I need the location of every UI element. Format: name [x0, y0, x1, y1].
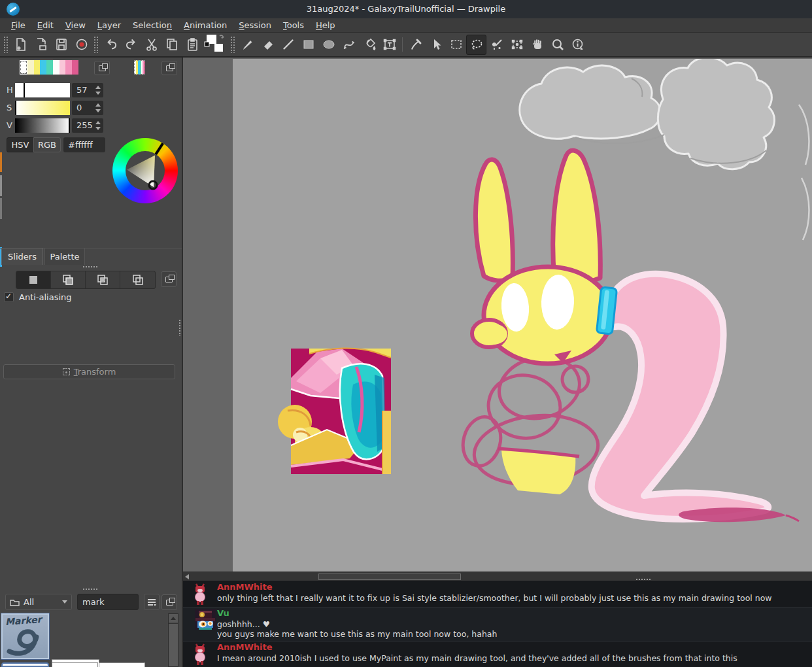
freehand-brush-button[interactable]	[237, 35, 258, 55]
dock-drag-handle[interactable]	[82, 265, 98, 269]
menu-layer[interactable]: Layer	[92, 18, 127, 32]
lasso-select-button[interactable]	[466, 35, 486, 55]
chat-username[interactable]: Vu	[217, 608, 229, 618]
palette-swatch[interactable]	[65, 60, 72, 75]
palette-swatch[interactable]	[40, 60, 46, 75]
ellipse-tool-button[interactable]	[318, 35, 339, 55]
hsv-mode-button[interactable]: HSV	[7, 137, 34, 152]
save-button[interactable]	[51, 35, 71, 55]
scrollbar-thumb[interactable]	[169, 623, 178, 666]
annotation-tool-button[interactable]	[379, 35, 399, 55]
magic-wand-button[interactable]	[486, 35, 507, 55]
float-dock-button[interactable]	[161, 594, 177, 610]
down-arrow-icon[interactable]	[95, 127, 101, 130]
saturation-triangle[interactable]	[112, 138, 178, 203]
menu-edit[interactable]: Edit	[31, 18, 59, 32]
bezier-curve-button[interactable]	[339, 35, 359, 55]
down-arrow-icon[interactable]	[95, 92, 101, 95]
dock-tab-indicator[interactable]	[0, 175, 2, 196]
float-dock-button[interactable]	[94, 61, 110, 75]
hue-ring-marker[interactable]	[156, 143, 163, 154]
menu-animation[interactable]: Animation	[178, 18, 233, 32]
palette-swatch[interactable]	[72, 60, 78, 75]
toolbar-grip[interactable]	[93, 36, 99, 53]
up-arrow-icon[interactable]	[95, 103, 101, 107]
h-scrollbar-thumb[interactable]	[318, 573, 461, 580]
palette-swatch[interactable]	[27, 60, 34, 75]
menu-help[interactable]: Help	[310, 18, 341, 32]
saturation-slider-marker[interactable]	[15, 101, 16, 115]
palette-strip[interactable]	[20, 60, 78, 75]
canvas-viewport[interactable]	[183, 58, 812, 572]
saturation-spinner[interactable]	[93, 102, 102, 114]
brush-menu-button[interactable]	[144, 594, 160, 610]
value-slider[interactable]	[15, 118, 70, 133]
selection-intersect-button[interactable]	[86, 271, 120, 288]
drawing-canvas[interactable]	[233, 59, 812, 572]
rectangle-select-button[interactable]	[446, 35, 466, 55]
palette-swatch[interactable]	[59, 60, 66, 75]
record-session-button[interactable]	[71, 35, 92, 55]
splitter-drag-handle[interactable]	[178, 319, 182, 336]
mini-palette-strip[interactable]	[134, 60, 145, 75]
title-bar[interactable]: 31aug2024* - GalaxyTrailUnofficial — Dra…	[0, 0, 812, 18]
dock-drag-handle[interactable]	[82, 588, 98, 591]
up-arrow-icon[interactable]	[95, 121, 101, 124]
selection-subtract-button[interactable]	[120, 271, 155, 288]
reference-image[interactable]	[278, 348, 391, 474]
menu-tools[interactable]: Tools	[277, 18, 310, 32]
hue-slider-marker[interactable]	[24, 83, 25, 97]
antialias-checkbox[interactable]	[4, 292, 14, 302]
line-tool-button[interactable]	[278, 35, 298, 55]
chat-username[interactable]: AnnMWhite	[217, 582, 273, 592]
saturation-spinbox[interactable]: 0	[72, 101, 103, 115]
hue-spinbox[interactable]: 57	[72, 83, 103, 97]
inspector-button[interactable]	[567, 35, 588, 55]
new-file-button[interactable]	[10, 35, 31, 55]
pan-tool-button[interactable]	[527, 35, 547, 55]
value-spinbox[interactable]: 255	[72, 118, 103, 133]
palette-swatch-selected[interactable]	[20, 60, 27, 75]
zoom-tool-button[interactable]	[547, 35, 567, 55]
color-picker-button[interactable]	[405, 35, 426, 55]
palette-swatch[interactable]	[53, 60, 59, 75]
brush-item-marker[interactable]: Marker	[1, 613, 49, 659]
menu-file[interactable]: File	[5, 18, 31, 32]
dock-tab-indicator[interactable]	[0, 198, 2, 219]
saturation-slider[interactable]	[15, 101, 70, 115]
foreground-background-colors[interactable]	[203, 33, 228, 56]
copy-button[interactable]	[161, 35, 182, 55]
transform-tool-button[interactable]	[507, 35, 527, 55]
palette-swatch[interactable]	[34, 60, 41, 75]
chat-username[interactable]: AnnMWhite	[217, 642, 273, 652]
brush-scrollbar[interactable]	[168, 613, 178, 667]
menu-selection[interactable]: Selection	[127, 18, 178, 32]
hue-spinner[interactable]	[93, 84, 102, 96]
color-wheel[interactable]	[112, 138, 178, 203]
scroll-up-button[interactable]	[169, 614, 178, 623]
paste-button[interactable]	[182, 35, 202, 55]
undo-button[interactable]	[101, 35, 121, 55]
open-file-button[interactable]	[31, 35, 51, 55]
brush-item-partial[interactable]	[52, 662, 98, 667]
toolbar-grip[interactable]	[3, 36, 8, 53]
menu-view[interactable]: View	[59, 18, 92, 32]
brush-item-partial[interactable]	[99, 662, 145, 667]
transform-button[interactable]: Transform	[3, 364, 175, 379]
left-arrow-icon[interactable]	[185, 574, 189, 579]
selection-add-button[interactable]	[51, 271, 86, 288]
value-spinner[interactable]	[93, 120, 102, 131]
float-dock-button[interactable]	[161, 61, 177, 75]
chat-panel[interactable]: AnnMWhite only thing left that I really …	[183, 581, 812, 667]
up-arrow-icon[interactable]	[95, 86, 101, 89]
brush-filter-dropdown[interactable]: All	[5, 594, 72, 610]
flood-fill-button[interactable]	[359, 35, 379, 55]
toolbar-grip[interactable]	[230, 36, 235, 53]
tab-palette[interactable]: Palette	[44, 248, 85, 265]
brush-search-input[interactable]	[77, 594, 139, 610]
float-dock-button[interactable]	[161, 271, 177, 287]
eraser-button[interactable]	[258, 35, 278, 55]
cut-button[interactable]	[141, 35, 161, 55]
rectangle-tool-button[interactable]	[298, 35, 318, 55]
annotation-select-button[interactable]	[426, 35, 446, 55]
